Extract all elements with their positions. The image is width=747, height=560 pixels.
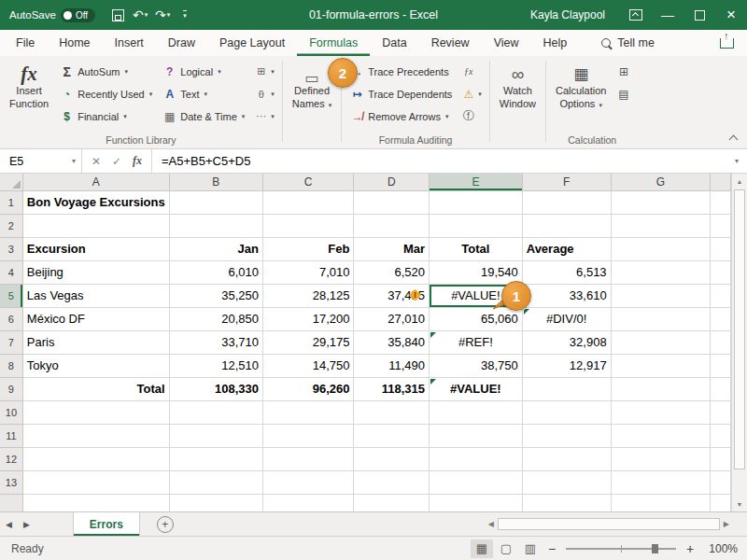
cell-F10[interactable] bbox=[522, 400, 611, 424]
column-header-c[interactable]: C bbox=[262, 174, 354, 190]
cell-A6[interactable]: México DF bbox=[22, 307, 169, 330]
autosum-button[interactable]: ΣAutoSum▾ bbox=[56, 61, 156, 82]
tell-me-button[interactable]: Tell me bbox=[601, 30, 655, 56]
cell-E7[interactable]: #REF! bbox=[430, 330, 523, 354]
cell-C3[interactable]: Feb bbox=[262, 237, 354, 260]
cell-D11[interactable] bbox=[354, 424, 430, 447]
cell-B9[interactable]: 108,330 bbox=[169, 377, 262, 400]
row-header-12[interactable]: 12 bbox=[0, 447, 22, 470]
cell-D12[interactable] bbox=[354, 447, 430, 470]
cell-E13[interactable] bbox=[430, 470, 523, 494]
cell-C7[interactable]: 29,175 bbox=[262, 330, 354, 354]
cell-B12[interactable] bbox=[169, 447, 262, 470]
share-button[interactable] bbox=[720, 30, 734, 56]
cell-B3[interactable]: Jan bbox=[169, 237, 262, 260]
logical-button[interactable]: ?Logical▾ bbox=[159, 61, 248, 82]
tab-help[interactable]: Help bbox=[531, 30, 580, 56]
cell-A7[interactable]: Paris bbox=[22, 330, 169, 354]
cell-F1[interactable] bbox=[522, 190, 611, 214]
scroll-down-icon[interactable]: ▼ bbox=[732, 497, 747, 511]
cell-E3[interactable]: Total bbox=[430, 237, 523, 260]
tab-formulas[interactable]: Formulas bbox=[297, 30, 370, 56]
customize-qat-button[interactable]: ▾ bbox=[174, 3, 196, 27]
row-header-9[interactable]: 9 bbox=[0, 377, 22, 400]
vertical-scrollbar[interactable]: ▲ ▼ bbox=[731, 174, 747, 511]
page-break-view-button[interactable]: ▥ bbox=[519, 539, 542, 558]
cell-F6[interactable]: #DIV/0! bbox=[522, 307, 611, 330]
row-header-10[interactable]: 10 bbox=[0, 400, 22, 424]
cell-F8[interactable]: 12,917 bbox=[522, 354, 611, 377]
trace-dependents-button[interactable]: ↦Trace Dependents bbox=[346, 83, 456, 105]
insert-function-button[interactable]: fx Insert Function bbox=[5, 58, 53, 110]
cell-C4[interactable]: 7,010 bbox=[262, 260, 354, 284]
close-button[interactable]: × bbox=[715, 0, 747, 30]
cell-C12[interactable] bbox=[262, 447, 354, 470]
cell-G9[interactable] bbox=[611, 377, 711, 400]
cell-D13[interactable] bbox=[354, 470, 430, 494]
horizontal-scroll-thumb[interactable] bbox=[498, 518, 720, 530]
cell-C1[interactable] bbox=[262, 190, 354, 214]
row-header-5[interactable]: 5 bbox=[0, 284, 22, 307]
cell-A11[interactable] bbox=[22, 424, 169, 447]
trace-precedents-button[interactable]: →Trace Precedents bbox=[346, 61, 456, 82]
cell-B1[interactable] bbox=[169, 190, 262, 214]
cell-G1[interactable] bbox=[611, 190, 711, 214]
cell-A10[interactable] bbox=[22, 400, 169, 424]
scroll-right-icon[interactable]: ▶ bbox=[721, 520, 732, 528]
row-header-8[interactable]: 8 bbox=[0, 354, 22, 377]
cell-F9[interactable] bbox=[522, 377, 611, 400]
column-header-b[interactable]: B bbox=[169, 174, 262, 190]
zoom-slider[interactable] bbox=[566, 541, 676, 556]
error-checking-button[interactable]: ⚠▾ bbox=[458, 83, 485, 105]
cell-C6[interactable]: 17,200 bbox=[262, 307, 354, 330]
cell-F2[interactable] bbox=[522, 214, 611, 237]
save-button[interactable] bbox=[106, 3, 129, 27]
sheet-tab-errors[interactable]: Errors bbox=[73, 512, 140, 536]
cell-C5[interactable]: 28,125 bbox=[262, 284, 354, 307]
calculation-options-button[interactable]: ▦ Calculation Options ▾ bbox=[551, 58, 611, 111]
vertical-scroll-thumb[interactable] bbox=[734, 189, 745, 469]
cell-A4[interactable]: Beijing bbox=[22, 260, 169, 284]
cell-C13[interactable] bbox=[262, 470, 354, 494]
row-header-1[interactable]: 1 bbox=[0, 190, 22, 214]
cell-G5[interactable] bbox=[611, 284, 711, 307]
sheet-nav-left-icon[interactable]: ◀ bbox=[0, 520, 18, 529]
cell-D4[interactable]: 6,520 bbox=[354, 260, 430, 284]
tab-view[interactable]: View bbox=[482, 30, 531, 56]
zoom-level[interactable]: 100% bbox=[702, 542, 738, 555]
cell-B2[interactable] bbox=[169, 214, 262, 237]
row-header-2[interactable]: 2 bbox=[0, 214, 22, 237]
cell-D7[interactable]: 35,840 bbox=[354, 330, 430, 354]
cell-G10[interactable] bbox=[611, 400, 711, 424]
cell-B13[interactable] bbox=[169, 470, 262, 494]
cell-B11[interactable] bbox=[169, 424, 262, 447]
evaluate-formula-button[interactable]: ⓕ bbox=[458, 105, 485, 127]
scroll-left-icon[interactable]: ◀ bbox=[486, 520, 497, 528]
cell-D10[interactable] bbox=[354, 400, 430, 424]
cell-G2[interactable] bbox=[611, 214, 711, 237]
cell-A13[interactable] bbox=[22, 470, 169, 494]
cell-C2[interactable] bbox=[262, 214, 354, 237]
cell-B5[interactable]: 35,250 bbox=[169, 284, 262, 307]
ribbon-display-options-button[interactable] bbox=[620, 0, 652, 30]
cell-E8[interactable]: 38,750 bbox=[430, 354, 523, 377]
cell-D9[interactable]: 118,315 bbox=[354, 377, 430, 400]
tab-draw[interactable]: Draw bbox=[156, 30, 207, 56]
show-formulas-button[interactable]: ƒx bbox=[458, 61, 485, 82]
cell-G13[interactable] bbox=[611, 470, 711, 494]
row-header-4[interactable]: 4 bbox=[0, 260, 22, 284]
cell-A2[interactable] bbox=[22, 214, 169, 237]
autosave-toggle[interactable]: AutoSave Off bbox=[9, 8, 95, 22]
formula-input[interactable]: =A5+B5+C5+D5 bbox=[152, 154, 726, 168]
cell-A9[interactable]: Total bbox=[22, 377, 169, 400]
cell-D6[interactable]: 27,010 bbox=[354, 307, 430, 330]
cell-G4[interactable] bbox=[611, 260, 711, 284]
undo-button[interactable]: ↶▾ bbox=[129, 3, 151, 27]
cell-G7[interactable] bbox=[611, 330, 711, 354]
row-header-11[interactable]: 11 bbox=[0, 424, 22, 447]
cell-C8[interactable]: 14,750 bbox=[262, 354, 354, 377]
column-header-f[interactable]: F bbox=[522, 174, 611, 190]
cell-A5[interactable]: Las Vegas bbox=[22, 284, 169, 307]
scroll-up-icon[interactable]: ▲ bbox=[732, 174, 747, 189]
cell-D5[interactable]: 37,455! bbox=[354, 284, 430, 307]
